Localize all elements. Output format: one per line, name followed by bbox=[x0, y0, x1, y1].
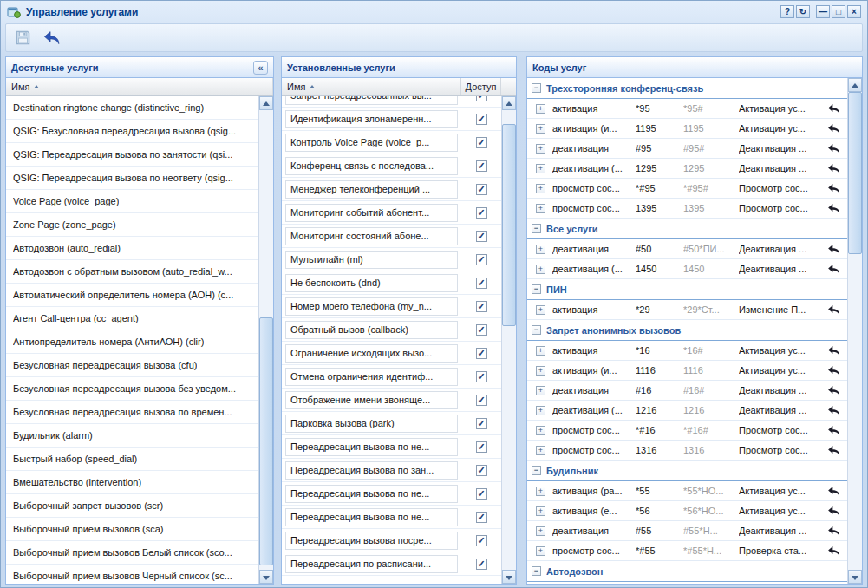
undo-row-button[interactable] bbox=[827, 243, 845, 256]
undo-row-button[interactable] bbox=[827, 202, 845, 215]
service-name-cell[interactable]: Контроль Voice Page (voice_p... bbox=[285, 134, 458, 152]
expand-row-icon[interactable]: + bbox=[536, 184, 545, 193]
expand-row-icon[interactable]: + bbox=[536, 265, 545, 274]
list-item[interactable]: Антиопределитель номера (АнтиАОН) (clir) bbox=[6, 330, 258, 354]
table-row[interactable]: +просмотр сос...13161316Просмотр сос... bbox=[527, 441, 847, 461]
minimize-button[interactable]: — bbox=[816, 5, 830, 18]
table-row[interactable]: +активация (и...11161116Активация ус... bbox=[527, 361, 847, 381]
table-row[interactable]: +просмотр сос...*#55*#55*Н...Проверка ст… bbox=[527, 541, 847, 561]
service-name-cell[interactable]: Ограничение исходящих вызо... bbox=[285, 344, 458, 363]
column-header-name[interactable]: Имя bbox=[6, 78, 273, 95]
expand-row-icon[interactable]: + bbox=[536, 124, 545, 134]
undo-row-button[interactable] bbox=[827, 545, 845, 558]
access-checkbox[interactable]: ✓ bbox=[476, 254, 487, 265]
expand-row-icon[interactable]: + bbox=[536, 164, 545, 173]
table-row[interactable]: +деактивация (...14501450Деактивация ... bbox=[527, 259, 847, 279]
service-name-cell[interactable]: Отображение имени звоняще... bbox=[285, 391, 458, 409]
access-checkbox[interactable]: ✓ bbox=[476, 488, 487, 500]
service-name-cell[interactable]: Менеджер телеконференций ... bbox=[285, 180, 458, 199]
undo-row-button[interactable] bbox=[827, 444, 845, 457]
scroll-down-button[interactable] bbox=[502, 570, 516, 584]
access-checkbox[interactable]: ✓ bbox=[476, 535, 487, 546]
service-name-cell[interactable]: Запрет переадресованных вы... bbox=[285, 96, 458, 105]
table-row[interactable]: Ограничение исходящих вызо...✓ bbox=[282, 342, 501, 365]
list-item[interactable]: Выборочный прием вызовов Белый список (s… bbox=[6, 541, 258, 565]
column-header-name[interactable]: Имя bbox=[282, 78, 461, 95]
service-name-cell[interactable]: Переадресация по расписани... bbox=[285, 555, 458, 573]
expand-row-icon[interactable]: + bbox=[536, 245, 545, 254]
collapse-group-icon[interactable]: − bbox=[532, 325, 541, 335]
group-header[interactable]: −ПИН bbox=[527, 279, 847, 300]
table-row[interactable]: +активация (ра...*55*55*НО...Активация у… bbox=[527, 481, 847, 501]
access-checkbox[interactable]: ✓ bbox=[476, 96, 487, 101]
undo-row-button[interactable] bbox=[827, 404, 845, 417]
service-name-cell[interactable]: Не беспокоить (dnd) bbox=[285, 274, 458, 292]
list-item[interactable]: Быстрый набор (speed_dial) bbox=[6, 448, 258, 471]
access-checkbox[interactable]: ✓ bbox=[476, 512, 487, 523]
access-checkbox[interactable]: ✓ bbox=[476, 184, 487, 195]
table-row[interactable]: Переадресация вызова посре...✓ bbox=[282, 529, 501, 552]
undo-row-button[interactable] bbox=[827, 505, 845, 518]
table-row[interactable]: Парковка вызова (park)✓ bbox=[282, 412, 501, 435]
table-row[interactable]: +деактивация#16#16#Деактивация ... bbox=[527, 381, 847, 401]
expand-row-icon[interactable]: + bbox=[536, 526, 545, 536]
table-row[interactable]: +активация*95*95#Активация ус... bbox=[527, 99, 847, 119]
table-row[interactable]: Не беспокоить (dnd)✓ bbox=[282, 271, 501, 295]
table-row[interactable]: +активация*29*29*Ст...Изменение П... bbox=[527, 300, 847, 320]
table-row[interactable]: +деактивация#50#50*ПИ...Деактивация ... bbox=[527, 239, 847, 259]
access-checkbox[interactable]: ✓ bbox=[476, 231, 487, 242]
list-item[interactable]: Агент Call-центра (cc_agent) bbox=[6, 307, 258, 330]
access-checkbox[interactable]: ✓ bbox=[476, 324, 487, 336]
table-row[interactable]: +активация (и...11951195Активация ус... bbox=[527, 119, 847, 139]
group-header[interactable]: −Запрет анонимных вызовов bbox=[527, 320, 847, 341]
collapse-group-icon[interactable]: − bbox=[532, 466, 541, 475]
undo-row-button[interactable] bbox=[827, 102, 845, 115]
expand-row-icon[interactable]: + bbox=[536, 546, 545, 556]
access-checkbox[interactable]: ✓ bbox=[476, 465, 487, 476]
undo-row-button[interactable] bbox=[827, 364, 845, 377]
table-row[interactable]: Конференц-связь с последова...✓ bbox=[282, 154, 501, 178]
close-button[interactable]: × bbox=[847, 5, 861, 18]
list-item[interactable]: Выборочный прием вызовов (sca) bbox=[6, 518, 258, 541]
access-checkbox[interactable]: ✓ bbox=[476, 278, 487, 289]
undo-row-button[interactable] bbox=[827, 485, 845, 498]
list-item[interactable]: QSIG: Переадресация вызова по занятости … bbox=[6, 143, 258, 167]
access-checkbox[interactable]: ✓ bbox=[476, 559, 487, 570]
expand-row-icon[interactable]: + bbox=[536, 104, 545, 114]
scroll-track[interactable] bbox=[259, 110, 273, 570]
table-row[interactable]: Номер моего телефона (my_n...✓ bbox=[282, 295, 501, 318]
access-checkbox[interactable]: ✓ bbox=[476, 348, 487, 359]
undo-row-button[interactable] bbox=[827, 162, 845, 175]
group-header[interactable]: −Трехсторонняя конференц-связь bbox=[527, 78, 847, 99]
list-item[interactable]: QSIG: Переадресация вызова по неответу (… bbox=[6, 167, 258, 190]
access-checkbox[interactable]: ✓ bbox=[476, 160, 487, 172]
table-row[interactable]: +просмотр сос...*#16*#16#Просмотр сос... bbox=[527, 421, 847, 441]
help-button[interactable]: ? bbox=[780, 5, 794, 18]
table-row[interactable]: Контроль Voice Page (voice_p...✓ bbox=[282, 131, 501, 154]
scrollbar[interactable] bbox=[258, 96, 273, 584]
expand-row-icon[interactable]: + bbox=[536, 144, 545, 154]
scroll-thumb[interactable] bbox=[848, 92, 862, 254]
table-row[interactable]: Менеджер телеконференций ...✓ bbox=[282, 178, 501, 201]
undo-row-button[interactable] bbox=[827, 424, 845, 437]
collapse-group-icon[interactable]: − bbox=[532, 83, 541, 93]
scrollbar[interactable] bbox=[847, 78, 862, 584]
scroll-down-button[interactable] bbox=[848, 570, 862, 584]
group-header[interactable]: −Все услуги bbox=[527, 219, 847, 239]
table-row[interactable]: Идентификация злонамеренн...✓ bbox=[282, 108, 501, 131]
undo-row-button[interactable] bbox=[827, 384, 845, 397]
table-row[interactable]: Переадресация вызова по не...✓ bbox=[282, 506, 501, 529]
undo-row-button[interactable] bbox=[827, 122, 845, 135]
list-item[interactable]: Voice Page (voice_page) bbox=[6, 190, 258, 213]
table-row[interactable]: +активация (е...*56*56*НО...Активация ус… bbox=[527, 501, 847, 521]
expand-row-icon[interactable]: + bbox=[536, 446, 545, 455]
table-row[interactable]: +активация*16*16#Активация ус... bbox=[527, 341, 847, 361]
collapse-group-icon[interactable]: − bbox=[532, 284, 541, 294]
expand-row-icon[interactable]: + bbox=[536, 406, 545, 415]
expand-row-icon[interactable]: + bbox=[536, 366, 545, 376]
group-header[interactable]: −Автодозвон bbox=[527, 561, 847, 582]
scrollbar[interactable] bbox=[501, 96, 516, 584]
table-row[interactable]: Обратный вызов (callback)✓ bbox=[282, 318, 501, 342]
undo-row-button[interactable] bbox=[827, 525, 845, 538]
list-item[interactable]: QSIG: Безусловная переадресация вызова (… bbox=[6, 120, 258, 143]
